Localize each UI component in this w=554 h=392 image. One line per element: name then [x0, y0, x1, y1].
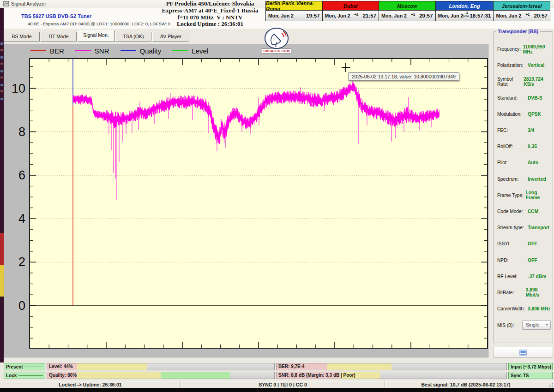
tab-band: BS Mode DT Mode Signal Mon. TSA (OK) AV … [4, 29, 488, 44]
mis-dropdown[interactable]: Single ▾ [522, 321, 551, 330]
y-tick-label: 10 [5, 82, 25, 95]
status-best-signal: Best signal: 10,7 dB (2025-06-02 13:17) [385, 381, 547, 388]
station-line-3: f=11 070 MHz_V : NNTV [134, 14, 286, 21]
snr-trend-plot[interactable] [29, 58, 488, 349]
tuner-name: TBS 5927 USB DVB-S2 Tuner [21, 13, 91, 19]
status-sync-counters: SYNC 0 | TEI 0 | CC 0 [181, 381, 385, 388]
lock-indicator: Lock [4, 372, 45, 379]
input-indicator: Input (~3,72 Mbps) [508, 363, 553, 370]
tab-bs-mode[interactable]: BS Mode [4, 32, 40, 42]
indicator-bars: Present Level: 44% BER: 9,7E-4 Input (~3… [0, 362, 554, 381]
legend-label: Level [192, 47, 208, 55]
clock-berlin: Berlin-Paris-Vienna-Roma Mon, Jun 2 19:5… [266, 1, 323, 21]
status-lock-uptime: Locked -> Uptime: 26:36:01 [0, 381, 181, 388]
clock-date: Mon, Jun 2 [381, 13, 407, 18]
crosshair-cursor [345, 63, 346, 72]
tp-row-carrier-width: CarrierWidth:3,806 MHz [497, 301, 551, 317]
quality-line-swatch [120, 50, 136, 51]
tp-row-symbol-rate: Symbol Rate:2819,724 KS/s [497, 73, 551, 89]
clock-offset: +2 [350, 13, 362, 16]
tp-row-rf-level: RF Level:-37 dBm [497, 268, 551, 285]
quality-bar: Quality: 80% [47, 372, 275, 379]
y-tick-label: 4 [5, 212, 25, 226]
legend-item-level: Level [172, 47, 208, 55]
app-icon [3, 1, 9, 6]
clock-time: 18:57:31 [470, 13, 491, 18]
clock-date: Mon, Jun 2 [438, 13, 464, 18]
legend-label: SNR [95, 47, 109, 55]
resize-grip[interactable] [548, 382, 553, 387]
signal-analyzer-window: Signal Analyzer TBS 5927 USB DVB-S2 Tune… [0, 0, 554, 392]
clock-date: Mon, Jun 2 [325, 13, 350, 18]
satellite-dish-icon [265, 28, 289, 49]
sync-ts-indicator: Sync TS [508, 372, 553, 379]
transport-stream-button[interactable] [493, 347, 553, 358]
tp-row-pilot: Pilot:Auto [497, 154, 551, 171]
tp-row-stream-type: Stream type:Transport [497, 220, 551, 236]
clock-city-label: London, Eng [436, 1, 494, 11]
clock-date: Mon, Jun 2 [496, 13, 521, 18]
clock-dst: DST [463, 14, 470, 18]
clock-offset: +1 [521, 13, 534, 16]
level-bar: Level: 44% [47, 363, 275, 370]
desktop-icons-sliver [0, 42, 3, 102]
background-window-edge [0, 8, 4, 392]
clock-time: 21:57 [363, 13, 376, 18]
present-indicator: Present [4, 363, 45, 370]
groupbox-title: Transponder [BS] [496, 29, 540, 34]
tab-tsa[interactable]: TSA (OK) [115, 32, 151, 42]
tp-row-frequency: Frequency:11069,959 MHz [497, 41, 551, 57]
logo-caption: DXSATCS.COM [262, 48, 291, 53]
station-header: PF Prodelin 450/Lučenec-Slovakia Express… [134, 0, 286, 28]
red-strip [0, 233, 4, 265]
ts-list-icon [519, 350, 527, 356]
transponder-panel: Transponder [BS] Frequency:11069,959 MHz… [488, 29, 554, 362]
window-title: Signal Analyzer [11, 1, 46, 6]
tab-dt-mode[interactable]: DT Mode [41, 32, 77, 42]
legend-item-ber: BER [30, 47, 64, 55]
clock-jerusalem: Jerusalem-Israel Mon, Jun 2 +1 20:57 [494, 1, 550, 21]
ber-bar: BER: 9,7E-4 [276, 363, 507, 370]
tab-signal-mon[interactable]: Signal Mon. [78, 30, 114, 42]
station-line-2: Express-AM7 at 40°E_Fixed-1 Russia [134, 7, 286, 14]
tp-row-spectrum: Spectrum:Inverted [497, 171, 551, 187]
legend-label: BER [50, 47, 64, 55]
y-tick-label: 2 [5, 255, 25, 269]
clock-city-label: Jerusalem-Israel [494, 1, 550, 11]
clock-city-label: Moscow [379, 1, 435, 11]
yellow-strip [0, 265, 4, 297]
status-bar: Locked -> Uptime: 26:36:01 SYNC 0 | TEI … [0, 381, 554, 388]
chart-legend: BER SNR Quality Level [30, 46, 208, 56]
y-tick-label: 0 [5, 299, 25, 313]
taskbar-strip [0, 388, 554, 392]
clock-moscow: Moscow Mon, Jun 2 +1 20:57 [379, 1, 436, 21]
station-line-4: Locked Uptime : 26:36:01 [134, 21, 286, 28]
clock-dubai: Dubai Mon, Jun 2 +2 21:57 [323, 1, 379, 21]
clock-london: London, Eng Mon, Jun 2 -1DST 18:57:31 [436, 1, 494, 21]
tp-row-npd: NPD:OFF [497, 252, 551, 268]
clock-date: Mon, Jun 2 [268, 13, 294, 18]
mis-selected-value: Single [526, 322, 539, 327]
legend-item-quality: Quality [120, 47, 162, 55]
transponder-groupbox: Transponder [BS] Frequency:11069,959 MHz… [493, 31, 553, 343]
signal-chart-panel: BER SNR Quality Level 0246810 2025-06-02… [4, 44, 488, 357]
clock-offset: +1 [407, 13, 419, 16]
chevron-down-icon: ▾ [546, 322, 548, 327]
data-point-tooltip: 2025-06-02 13.17.18, value: 10,800000190… [348, 72, 459, 81]
level-line-swatch [172, 50, 188, 51]
clock-city-label: Dubai [323, 1, 379, 11]
tab-av-player[interactable]: AV Player [152, 32, 189, 42]
legend-label: Quality [140, 47, 162, 55]
tp-row-mis: MIS (0): Single ▾ [497, 320, 551, 331]
legend-item-snr: SNR [75, 47, 109, 55]
snr-line-swatch [75, 50, 91, 51]
y-tick-label: 6 [5, 168, 25, 182]
clock-time: 20:57 [419, 13, 433, 18]
station-line-1: PF Prodelin 450/Lučenec-Slovakia [134, 0, 286, 7]
tp-row-fec: FEC:3/4 [497, 122, 551, 138]
clock-time: 19:57 [306, 13, 319, 18]
tp-row-issyi: ISSYIOFF [497, 236, 551, 252]
tp-row-bitrate: BitRate:3,898 Mbit/s [497, 285, 551, 301]
tp-row-frame-type: Frame Type:Long Frame [497, 187, 551, 203]
world-clocks: Berlin-Paris-Vienna-Roma Mon, Jun 2 19:5… [265, 1, 550, 21]
